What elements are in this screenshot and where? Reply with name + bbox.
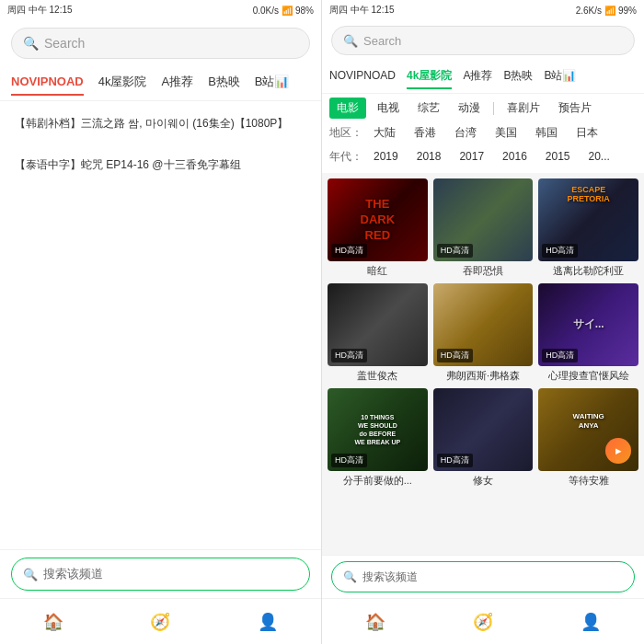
movie-title-4: 弗朗西斯·弗格森 xyxy=(433,369,534,383)
left-search-area: 🔍 Search xyxy=(0,20,321,66)
left-nav-b-station[interactable]: B站📊 xyxy=(255,74,290,94)
right-nav-4k[interactable]: 4k屋影院 xyxy=(407,68,452,86)
right-bottom-search-icon: 🔍 xyxy=(343,570,357,583)
movie-title-3: 盖世俊杰 xyxy=(328,369,428,383)
filter-region-us[interactable]: 美国 xyxy=(488,122,524,144)
right-tab-profile[interactable]: 👤 xyxy=(536,599,644,644)
filter-year-2017[interactable]: 2017 xyxy=(452,147,491,166)
filter-year-2016[interactable]: 2016 xyxy=(495,147,535,166)
movie-thumb-1: HD高清 xyxy=(433,178,534,261)
movie-item-8[interactable]: WAITINGANYA ▶ 等待安雅 xyxy=(538,388,638,488)
right-search-icon: 🔍 xyxy=(343,34,358,48)
right-status-left: 周四 中午 12:15 xyxy=(329,4,395,17)
movie-title-2: 逃离比勒陀利亚 xyxy=(538,264,638,278)
movie-badge-3: HD高清 xyxy=(331,349,367,362)
filter-year-2018[interactable]: 2018 xyxy=(409,147,449,166)
left-panel: 周四 中午 12:15 0.0K/s 📶 98% 🔍 Search NOVIPN… xyxy=(0,0,322,644)
filter-tv[interactable]: 电视 xyxy=(370,98,407,119)
movie-item-1[interactable]: HD高清 吞即恐惧 xyxy=(433,178,534,278)
poster-text-6: 10 THINGSWE SHOULDdo BEFOREWE BREAK UP xyxy=(332,413,422,446)
left-bottom-search-icon: 🔍 xyxy=(23,568,38,581)
right-nav-b-station[interactable]: B站📊 xyxy=(544,68,576,86)
movie-title-8: 等待安雅 xyxy=(538,474,638,488)
filter-variety[interactable]: 综艺 xyxy=(410,98,447,119)
content-card-2[interactable]: ▶ 【泰语中字】蛇咒 EP14-16 @十三香免字幕组 xyxy=(11,150,310,180)
filter-year-more[interactable]: 20... xyxy=(581,147,617,166)
movie-item-0[interactable]: THEDARKRED HD高清 暗红 xyxy=(328,178,428,278)
left-status-left: 周四 中午 12:15 xyxy=(7,4,73,17)
movie-item-7[interactable]: HD高清 修女 xyxy=(433,388,534,488)
left-search-input[interactable]: 🔍 Search xyxy=(11,28,310,59)
left-bottom-search-area: 🔍 搜索该频道 xyxy=(0,549,321,598)
right-tab-bar: 🏠 🧭 👤 xyxy=(322,598,644,644)
movie-badge-7: HD高清 xyxy=(437,454,473,467)
left-status-bar: 周四 中午 12:15 0.0K/s 📶 98% xyxy=(0,0,321,20)
right-nav-a[interactable]: A推荐 xyxy=(463,68,492,86)
left-nav-b-hot[interactable]: B热映 xyxy=(208,74,240,94)
filter-comedy[interactable]: 喜剧片 xyxy=(500,98,547,119)
poster-text-5: サイ... xyxy=(544,317,634,332)
filter-trailer[interactable]: 预告片 xyxy=(551,98,599,119)
movie-thumb-0: THEDARKRED HD高清 xyxy=(328,178,428,261)
filter-region-label: 地区： xyxy=(329,125,362,141)
movie-badge-4: HD高清 xyxy=(437,349,473,362)
filter-region-tw[interactable]: 台湾 xyxy=(447,122,484,144)
right-search-input[interactable]: 🔍 Search xyxy=(331,26,635,55)
right-status-bar: 周四 中午 12:15 2.6K/s 📶 99% xyxy=(322,0,644,20)
movie-badge-2: HD高清 xyxy=(542,244,578,258)
left-nav: NOVIPNOAD 4k屋影院 A推荐 B热映 B站📊 xyxy=(0,66,321,101)
filter-year-2015[interactable]: 2015 xyxy=(538,147,578,166)
left-tab-profile[interactable]: 👤 xyxy=(214,599,321,644)
filter-region-jp[interactable]: 日本 xyxy=(569,122,605,144)
filter-type-row: 电影 电视 综艺 动漫 喜剧片 预告片 xyxy=(329,98,637,119)
left-nav-4k[interactable]: 4k屋影院 xyxy=(98,74,147,94)
right-nav-novipnoad[interactable]: NOVIPNOAD xyxy=(329,69,396,85)
filter-movie[interactable]: 电影 xyxy=(329,98,366,119)
movie-badge-0: HD高清 xyxy=(331,244,367,258)
filter-region-row: 地区： 大陆 香港 台湾 美国 韩国 日本 xyxy=(329,122,637,144)
left-speed: 0.0K/s xyxy=(253,6,279,16)
right-bottom-search-box[interactable]: 🔍 搜索该频道 xyxy=(331,561,635,592)
filter-year-label: 年代： xyxy=(329,149,362,165)
card-1-desc: 【韩剧补档】三流之路 쌈, 마이웨이 (16集全)【1080P】 xyxy=(11,109,310,139)
content-card-1[interactable]: 【韩剧补档】三流之路 쌈, 마이웨이 (16集全)【1080P】 xyxy=(11,109,310,139)
movie-item-6[interactable]: 10 THINGSWE SHOULDdo BEFOREWE BREAK UP H… xyxy=(328,388,428,488)
left-nav-a[interactable]: A推荐 xyxy=(161,74,193,94)
card-2-desc: 【泰语中字】蛇咒 EP14-16 @十三香免字幕组 xyxy=(11,150,310,180)
filter-anime[interactable]: 动漫 xyxy=(451,98,488,119)
right-status-right: 2.6K/s 📶 99% xyxy=(576,6,637,16)
poster-text-2: ESCAPEPRETORIA xyxy=(544,186,634,204)
filter-region-hk[interactable]: 香港 xyxy=(407,122,443,144)
movie-thumb-5: サイ... HD高清 xyxy=(538,283,638,366)
movie-title-0: 暗红 xyxy=(328,264,428,278)
left-time: 周四 中午 12:15 xyxy=(7,4,73,17)
right-profile-icon: 👤 xyxy=(581,612,601,632)
filter-divider-1 xyxy=(493,102,494,115)
right-discover-icon: 🧭 xyxy=(473,612,493,632)
left-signal-icon: 📶 xyxy=(282,6,293,16)
movie-badge-6: HD高清 xyxy=(331,454,367,467)
left-tab-discover[interactable]: 🧭 xyxy=(107,599,213,644)
movie-item-2[interactable]: ESCAPEPRETORIA HD高清 逃离比勒陀利亚 xyxy=(538,178,638,278)
filter-region-mainland[interactable]: 大陆 xyxy=(366,122,403,144)
movie-item-5[interactable]: サイ... HD高清 心理搜查官惬风绘 xyxy=(538,283,638,383)
movie-item-4[interactable]: HD高清 弗朗西斯·弗格森 xyxy=(433,283,534,383)
movie-title-1: 吞即恐惧 xyxy=(433,264,534,278)
right-bottom-search-text: 搜索该频道 xyxy=(362,569,418,585)
movie-title-7: 修女 xyxy=(433,474,534,488)
left-tab-home[interactable]: 🏠 xyxy=(0,599,107,644)
right-tab-home[interactable]: 🏠 xyxy=(322,599,430,644)
left-bottom-search-text: 搜索该频道 xyxy=(43,566,103,582)
left-search-icon: 🔍 xyxy=(23,36,39,51)
movie-item-3[interactable]: HD高清 盖世俊杰 xyxy=(328,283,428,383)
filter-region-kr[interactable]: 韩国 xyxy=(528,122,565,144)
right-bottom-search-area: 🔍 搜索该频道 xyxy=(322,555,644,598)
right-tab-discover[interactable]: 🧭 xyxy=(430,599,537,644)
filter-year-2019[interactable]: 2019 xyxy=(366,147,406,166)
right-speed: 2.6K/s xyxy=(576,6,602,16)
left-bottom-search-box[interactable]: 🔍 搜索该频道 xyxy=(11,558,310,591)
right-nav-b-hot[interactable]: B热映 xyxy=(503,68,533,86)
left-nav-novipnoad[interactable]: NOVIPNOAD xyxy=(11,75,84,92)
poster-text-0: THEDARKRED xyxy=(332,197,422,244)
right-panel: 周四 中午 12:15 2.6K/s 📶 99% 🔍 Search NOVIPN… xyxy=(322,0,644,644)
